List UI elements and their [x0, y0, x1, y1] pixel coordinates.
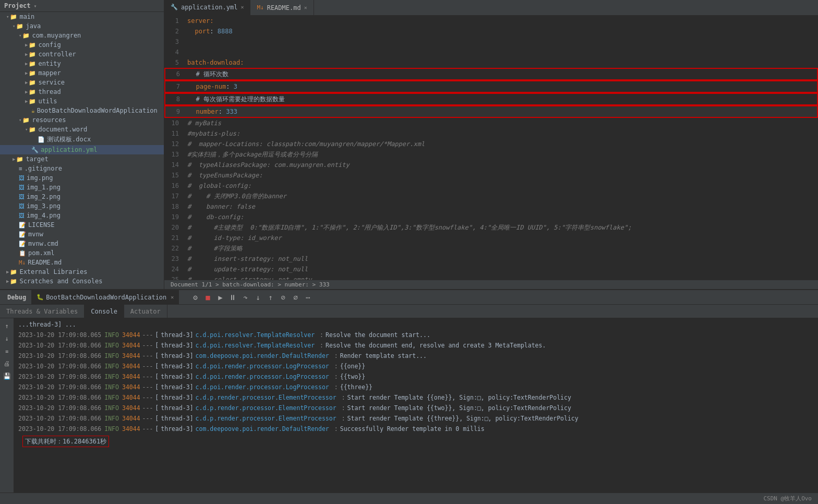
- debug-left-up[interactable]: ↑: [1, 320, 13, 332]
- debug-left-wrap[interactable]: ≡: [1, 345, 13, 357]
- line-num-25: 25: [164, 274, 185, 280]
- sidebar-item-测试模板.docx[interactable]: 📄测试模板.docx: [0, 134, 164, 145]
- log-class-0[interactable]: c.d.poi.resolver.TemplateResolver: [196, 330, 315, 340]
- sidebar-item-README.md[interactable]: M↓README.md: [0, 258, 164, 267]
- log-thread-name-9: thread-3]: [161, 424, 193, 434]
- code-line-19: 19 # db-config:: [164, 212, 818, 222]
- code-comment: # #字段策略: [187, 245, 243, 252]
- sidebar-item-service[interactable]: ▶📁service: [0, 78, 164, 87]
- sidebar-item-application.yml[interactable]: 🔧application.yml: [0, 145, 164, 154]
- sidebar-item-BootBatchDownloadWordApplication[interactable]: ☕BootBatchDownloadWordApplication: [0, 106, 164, 115]
- debug-tab-bar: Debug 🐛 BootBatchDownloadWordApplication…: [0, 290, 818, 305]
- debug-btn-more[interactable]: ⋯: [302, 292, 314, 303]
- debug-app-close[interactable]: ✕: [171, 294, 174, 300]
- console-output[interactable]: ...thread-3] ... 2023-10-20 17:09:08.065…: [14, 318, 818, 493]
- sidebar-item-com.muyangren[interactable]: ▾📁com.muyangren: [0, 31, 164, 40]
- sidebar-item-main[interactable]: ▾📁main: [0, 12, 164, 21]
- tree-label-document.word: document.word: [38, 126, 87, 133]
- code-line-14: 14 # typeAliasesPackage: com.muyangren.e…: [164, 160, 818, 170]
- log-thread-name-3: thread-3]: [161, 362, 193, 371]
- debug-btn-pause[interactable]: ⏸: [227, 292, 238, 303]
- sidebar-item-img_2.png[interactable]: 🖼img_2.png: [0, 192, 164, 201]
- log-thread-name-5: thread-3]: [161, 382, 193, 392]
- tab-close-yml[interactable]: ✕: [240, 4, 244, 10]
- sidebar-header: Project ▾: [0, 0, 164, 12]
- sidebar-item-config[interactable]: ▶📁config: [0, 40, 164, 50]
- debug-left-save[interactable]: 💾: [1, 370, 13, 382]
- log-class-9[interactable]: com.deepoove.poi.render.DefaultRender: [196, 424, 329, 434]
- log-sep-5: ---: [142, 382, 153, 392]
- line-content-19: # db-config:: [185, 212, 818, 222]
- tab-readme[interactable]: M↓ README.md ✕: [250, 0, 314, 15]
- sidebar-item-thread[interactable]: ▶📁thread: [0, 87, 164, 97]
- tree-label-utils: utils: [38, 98, 57, 105]
- sidebar-item-mvnw[interactable]: 📝mvnw: [0, 230, 164, 239]
- sidebar-item-mapper[interactable]: ▶📁mapper: [0, 68, 164, 78]
- breadcrumb-bar: Document 1/1 > batch-download: > number:…: [164, 280, 818, 289]
- tree-label-img_1.png: img_1.png: [27, 184, 61, 191]
- debug-btn-step-into[interactable]: ↓: [252, 292, 263, 303]
- code-comment: # banner: false: [187, 203, 255, 210]
- tree-icon-BootBatchDownloadWordApplication: ☕: [31, 107, 35, 114]
- sidebar-item-Scratches and Consoles[interactable]: ▶📁Scratches and Consoles: [0, 277, 164, 286]
- line-num-2: 2: [164, 26, 185, 37]
- debug-tab-console[interactable]: Console: [85, 305, 124, 318]
- sidebar-item-document.word[interactable]: ▾📁document.word: [0, 125, 164, 134]
- sidebar-item-pom.xml[interactable]: 📋pom.xml: [0, 248, 164, 258]
- sidebar-item-LICENSE[interactable]: 📝LICENSE: [0, 220, 164, 230]
- log-class-4[interactable]: c.d.poi.render.processor.LogProcessor: [196, 372, 329, 381]
- sidebar-item-target[interactable]: ▶📁target: [0, 154, 164, 164]
- sidebar-item-java[interactable]: ▾📁java: [0, 21, 164, 31]
- debug-app-tab[interactable]: 🐛 BootBatchDownloadWordApplication ✕: [31, 290, 179, 305]
- log-thread-id-4: 34044: [122, 372, 140, 381]
- debug-btn-resume[interactable]: ▶: [214, 292, 226, 303]
- debug-btn-clear[interactable]: ∅: [290, 292, 301, 303]
- log-colon-6: :: [342, 393, 345, 402]
- code-editor[interactable]: 1 server: 2 port: 8888 3 4 5 batch-downl…: [164, 16, 818, 280]
- log-colon-0: :: [320, 330, 323, 340]
- debug-btn-step-out[interactable]: ↑: [264, 292, 276, 303]
- tab-application-yml[interactable]: 🔧 application.yml ✕: [164, 0, 250, 15]
- tree-label-controller: controller: [38, 51, 76, 58]
- log-class-5[interactable]: c.d.poi.render.processor.LogProcessor: [196, 382, 329, 392]
- log-class-7[interactable]: c.d.p.render.processor.ElementProcessor: [196, 403, 336, 413]
- log-class-3[interactable]: c.d.poi.render.processor.LogProcessor: [196, 362, 329, 371]
- editor-area: 🔧 application.yml ✕ M↓ README.md ✕ 1 ser…: [164, 0, 818, 289]
- sidebar-item-img_4.png[interactable]: 🖼img_4.png: [0, 211, 164, 220]
- log-level-2: INFO: [104, 351, 119, 361]
- debug-left-print[interactable]: 🖨: [1, 358, 13, 369]
- sidebar-item-img_1.png[interactable]: 🖼img_1.png: [0, 183, 164, 192]
- sidebar-item-resources[interactable]: ▾📁resources: [0, 115, 164, 125]
- log-class-1[interactable]: c.d.poi.resolver.TemplateResolver: [196, 341, 315, 350]
- debug-left-down[interactable]: ↓: [1, 333, 13, 344]
- tree-icon-img_4.png: 🖼: [19, 212, 25, 219]
- line-content-15: # typeEnumsPackage:: [185, 170, 818, 181]
- sidebar-item-mvnw.cmd[interactable]: 📝mvnw.cmd: [0, 239, 164, 248]
- log-bracket-1: [: [155, 341, 159, 350]
- debug-tab-threads[interactable]: Threads & Variables: [0, 305, 85, 318]
- project-label: Project: [4, 2, 31, 9]
- log-class-2[interactable]: com.deepoove.poi.render.DefaultRender: [196, 351, 329, 361]
- debug-btn-mute[interactable]: ⊘: [277, 292, 288, 303]
- debug-btn-actuator[interactable]: ⚙: [189, 292, 201, 303]
- sidebar-item-entity[interactable]: ▶📁entity: [0, 59, 164, 68]
- sidebar-item-External Libraries[interactable]: ▶📁External Libraries: [0, 267, 164, 277]
- log-class-8[interactable]: c.d.p.render.processor.ElementProcessor: [196, 414, 336, 423]
- sidebar-item-img.png[interactable]: 🖼img.png: [0, 173, 164, 183]
- sidebar-item-img_3.png[interactable]: 🖼img_3.png: [0, 201, 164, 211]
- sidebar-item-.gitignore[interactable]: ≡.gitignore: [0, 164, 164, 173]
- tree-label-thread: thread: [38, 88, 61, 95]
- line-content-16: # global-config:: [185, 181, 818, 191]
- debug-btn-step-over[interactable]: ↷: [239, 292, 251, 303]
- sidebar-item-controller[interactable]: ▶📁controller: [0, 50, 164, 59]
- line-content-17: # # 关闭MP3.0自带的banner: [185, 191, 818, 201]
- code-line-12: 12 # mapper-Locations: classpath:com/muy…: [164, 139, 818, 149]
- log-class-6[interactable]: c.d.p.render.processor.ElementProcessor: [196, 393, 336, 402]
- debug-btn-stop[interactable]: ■: [202, 292, 213, 303]
- log-bracket-4: [: [155, 372, 159, 381]
- code-comment: # update-strategy: not_null: [187, 266, 308, 273]
- sidebar-item-utils[interactable]: ▶📁utils: [0, 97, 164, 106]
- tab-close-readme[interactable]: ✕: [304, 5, 307, 10]
- debug-tab-actuator[interactable]: Actuator: [124, 305, 167, 318]
- code-value: 8888: [218, 28, 233, 35]
